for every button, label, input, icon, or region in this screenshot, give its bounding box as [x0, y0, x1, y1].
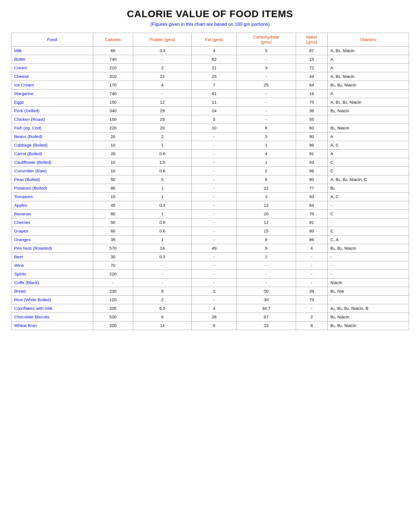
cell-food: Chicken (Roast): [11, 115, 93, 124]
table-row: Apples450.3-1284-: [11, 201, 409, 210]
cell-fat: -: [192, 270, 237, 278]
cell-carbs: 50: [237, 287, 296, 296]
table-row: Cabbage (Boiled)101-196A, C: [11, 141, 409, 150]
cell-vitamins: Niacin: [328, 278, 409, 287]
cell-protein: 22: [133, 72, 192, 81]
table-row: Potatoes (Boiled)801-2277B₁: [11, 184, 409, 193]
cell-food: Chocolate Biscuits: [11, 313, 93, 321]
cell-water: 90: [296, 132, 328, 141]
cell-vitamins: C: [328, 210, 409, 218]
cell-calories: 220: [93, 270, 133, 278]
cell-fat: -: [192, 193, 237, 201]
cell-food: Wheat Bran: [11, 321, 93, 330]
cell-fat: -: [192, 261, 237, 270]
cell-water: 60: [296, 124, 328, 132]
cell-calories: 150: [93, 98, 133, 107]
col-food: Food: [11, 33, 93, 47]
cell-calories: 35: [93, 236, 133, 244]
cell-protein: 1.5: [133, 158, 192, 167]
cell-water: 91: [296, 150, 328, 158]
cell-protein: -: [133, 55, 192, 64]
cell-fat: 82: [192, 55, 237, 64]
table-header-row: Food Calories Protein (gms) Fat (gms) Ca…: [11, 33, 409, 47]
cell-calories: 15: [93, 193, 133, 201]
cell-food: Peas (Boiled): [11, 175, 93, 184]
cell-food: Margarine: [11, 89, 93, 98]
cell-carbs: 8: [237, 175, 296, 184]
cell-protein: 25: [133, 115, 192, 124]
cell-fat: 11: [192, 98, 237, 107]
cell-food: Apples: [11, 201, 93, 210]
cell-vitamins: B₁, B₂, Niacin: [328, 81, 409, 89]
cell-fat: 5: [192, 115, 237, 124]
cell-vitamins: A: [328, 132, 409, 141]
cell-fat: -: [192, 218, 237, 227]
table-row: Fish (eg. Cod)2202010860B₁, Niacin: [11, 124, 409, 132]
cell-food: Pea Nuts (Roasted): [11, 244, 93, 253]
cell-water: 77: [296, 184, 328, 193]
cell-food: Cornflakes with milk: [11, 304, 93, 313]
cell-calories: 10: [93, 167, 133, 175]
cell-water: 75: [296, 98, 328, 107]
cell-carbs: 15: [237, 227, 296, 236]
cell-food: Bread: [11, 287, 93, 296]
cell-food: Rice (White Boiled): [11, 296, 93, 304]
cell-water: 87: [296, 47, 328, 55]
cell-vitamins: A, B₁, B₂, Niacin, C: [328, 175, 409, 184]
cell-carbs: 20: [237, 210, 296, 218]
cell-carbs: 3: [237, 64, 296, 72]
cell-food: Cucumber (Raw): [11, 167, 93, 175]
cell-vitamins: B₁, Niacin: [328, 124, 409, 132]
table-row: Wine70-----: [11, 261, 409, 270]
cell-carbs: 2: [237, 167, 296, 175]
cell-carbs: 25: [237, 81, 296, 89]
cell-food: Potatoes (Boiled): [11, 184, 93, 193]
cell-vitamins: C: [328, 158, 409, 167]
cell-vitamins: B₁, Nia: [328, 287, 409, 296]
table-row: Wheat Bran200146238B₁, B₂, Niacin: [11, 321, 409, 330]
cell-calories: 340: [93, 107, 133, 115]
cell-water: 44: [296, 72, 328, 81]
cell-water: 96: [296, 167, 328, 175]
cell-food: Spirits: [11, 270, 93, 278]
table-row: Rice (White Boiled)1202-3070-: [11, 296, 409, 304]
cell-fat: -: [192, 167, 237, 175]
col-carbs: Carbohydrate(gms): [237, 33, 296, 47]
cell-vitamins: A₁, B₁, B₂, Niacin, B: [328, 304, 409, 313]
cell-calories: 20: [93, 132, 133, 141]
cell-protein: 14: [133, 321, 192, 330]
cell-water: 96: [296, 141, 328, 150]
cell-carbs: -: [237, 115, 296, 124]
cell-water: 70: [296, 210, 328, 218]
cell-fat: -: [192, 201, 237, 210]
cell-vitamins: -: [328, 201, 409, 210]
cell-protein: 0.6: [133, 150, 192, 158]
cell-protein: 6.5: [133, 304, 192, 313]
table-row: Ice Cream170472564B₁, B₂, Niacin: [11, 81, 409, 89]
cell-food: Tomatoes: [11, 193, 93, 201]
cell-carbs: 8: [237, 124, 296, 132]
cell-food: Cherries: [11, 218, 93, 227]
cell-protein: 4: [133, 81, 192, 89]
cell-protein: 1: [133, 210, 192, 218]
cell-fat: -: [192, 278, 237, 287]
cell-vitamins: -: [328, 218, 409, 227]
cell-protein: -: [133, 278, 192, 287]
cell-vitamins: A, B₂, Niacin: [328, 72, 409, 81]
cell-food: Cream: [11, 64, 93, 72]
cell-vitamins: C: [328, 167, 409, 175]
cell-protein: 1: [133, 184, 192, 193]
cell-fat: -: [192, 227, 237, 236]
table-row: Carrot (Boiled)200.6-491A: [11, 150, 409, 158]
cell-vitamins: -: [328, 253, 409, 261]
cell-fat: -: [192, 296, 237, 304]
table-row: Tomatoes151-393A, C: [11, 193, 409, 201]
cell-food: Fish (eg. Cod): [11, 124, 93, 132]
cell-fat: 81: [192, 89, 237, 98]
cell-carbs: -: [237, 89, 296, 98]
cell-carbs: 3: [237, 132, 296, 141]
cell-water: -: [296, 253, 328, 261]
cell-protein: 2: [133, 64, 192, 72]
cell-carbs: -: [237, 278, 296, 287]
cell-water: 2: [296, 313, 328, 321]
